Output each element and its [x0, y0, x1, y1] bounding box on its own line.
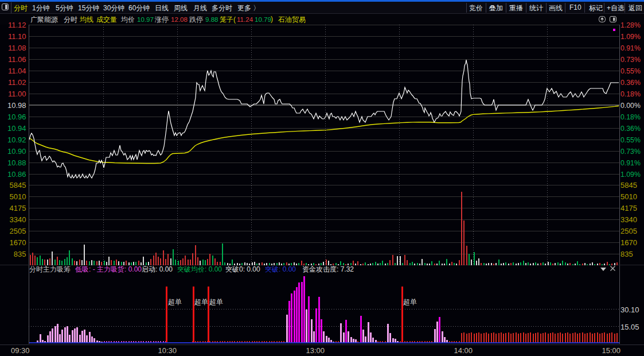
svg-text:1.09%: 1.09% — [620, 171, 641, 179]
svg-text:11.04: 11.04 — [8, 67, 26, 75]
svg-text:10.98: 10.98 — [7, 101, 26, 110]
svg-text:资金攻击度: 7.32: 资金攻击度: 7.32 — [302, 265, 354, 273]
svg-text:10.90: 10.90 — [7, 147, 26, 156]
svg-text:4175: 4175 — [10, 204, 26, 212]
svg-text:突破: 0.00: 突破: 0.00 — [265, 265, 296, 273]
svg-text:11.06: 11.06 — [8, 55, 26, 64]
svg-text:11.10: 11.10 — [8, 32, 26, 41]
svg-text:10.94: 10.94 — [7, 124, 26, 133]
svg-text:0.36%: 0.36% — [620, 79, 641, 87]
svg-text:15:00: 15:00 — [602, 346, 620, 355]
svg-text:0.73%: 0.73% — [620, 56, 641, 64]
svg-text:10.96: 10.96 — [7, 113, 26, 121]
svg-text:1670: 1670 — [620, 238, 637, 247]
svg-text:分时主力吸筹: 分时主力吸筹 — [29, 265, 71, 273]
svg-text:3340: 3340 — [620, 215, 637, 224]
svg-text:5845: 5845 — [10, 181, 26, 189]
svg-text:5010: 5010 — [10, 192, 26, 201]
svg-text:0.18%: 0.18% — [620, 90, 641, 98]
svg-text:超单: 超单 — [168, 298, 182, 306]
svg-text:15.05: 15.05 — [620, 323, 639, 331]
svg-text:3340: 3340 — [10, 215, 26, 224]
svg-text:超单: 超单 — [209, 298, 223, 306]
svg-text:11.12: 11.12 — [8, 21, 26, 29]
svg-text:11.02: 11.02 — [8, 78, 26, 87]
svg-text:0.55%: 0.55% — [620, 136, 641, 144]
svg-text:10.86: 10.86 — [7, 170, 26, 179]
svg-text:11.00: 11.00 — [8, 90, 26, 98]
svg-text:14:00: 14:00 — [454, 346, 473, 355]
svg-text:超单: 超单 — [403, 298, 417, 306]
svg-text:0.91%: 0.91% — [620, 159, 641, 167]
svg-text:0.91%: 0.91% — [620, 44, 641, 52]
svg-text:0.73%: 0.73% — [620, 148, 641, 156]
svg-text:11.08: 11.08 — [8, 44, 26, 52]
svg-text:2505: 2505 — [10, 227, 26, 235]
svg-text:10.92: 10.92 — [7, 136, 26, 144]
svg-text:10:30: 10:30 — [158, 346, 177, 355]
svg-text:1670: 1670 — [10, 238, 26, 247]
svg-text:09:30: 09:30 — [11, 346, 30, 355]
svg-text:低吸: -: 低吸: - — [75, 265, 95, 273]
svg-text:5010: 5010 — [620, 192, 637, 201]
svg-text:5845: 5845 — [620, 181, 637, 189]
svg-text:1.09%: 1.09% — [620, 33, 641, 41]
svg-text:835: 835 — [14, 250, 26, 258]
svg-text:突破均价: 0.00: 突破均价: 0.00 — [177, 265, 222, 273]
svg-text:30.10: 30.10 — [620, 305, 639, 314]
svg-text:0.00%: 0.00% — [620, 102, 641, 110]
svg-text:主力吸货: 0.00: 主力吸货: 0.00 — [97, 265, 142, 273]
svg-text:4175: 4175 — [620, 204, 637, 212]
svg-text:0.36%: 0.36% — [620, 125, 641, 133]
svg-text:0.18%: 0.18% — [620, 113, 641, 121]
svg-text:2505: 2505 — [620, 227, 637, 235]
svg-text:10.88: 10.88 — [7, 158, 26, 167]
svg-text:13:00: 13:00 — [306, 346, 325, 355]
svg-text:突破0: 0.00: 突破0: 0.00 — [225, 265, 260, 273]
svg-text:0.55%: 0.55% — [620, 67, 641, 75]
svg-text:超单: 超单 — [194, 298, 208, 306]
svg-text:1.28%: 1.28% — [620, 21, 641, 29]
svg-text:启动: 0.00: 启动: 0.00 — [142, 265, 173, 273]
svg-text:835: 835 — [620, 250, 633, 258]
